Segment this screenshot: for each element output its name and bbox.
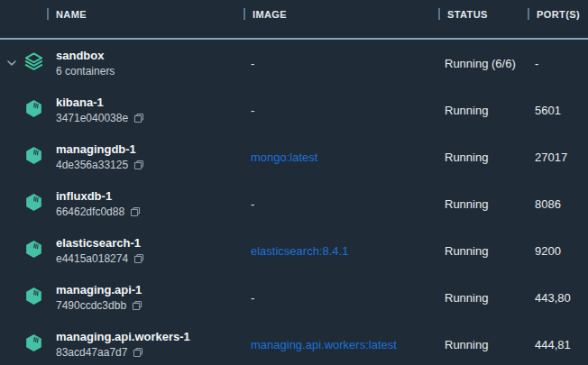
container-icon <box>23 98 44 123</box>
column-header-ports[interactable]: PORT(S) <box>528 8 588 20</box>
container-id: 83acd47aa7d7 <box>56 346 127 359</box>
container-icon <box>23 192 44 216</box>
image-cell: - <box>243 291 438 305</box>
ports-cell: 8086 <box>528 197 588 211</box>
container-id: 66462dfc0d88 <box>56 205 124 218</box>
container-icon <box>23 239 44 263</box>
column-separator <box>47 8 49 20</box>
status-cell: Running <box>438 338 528 351</box>
container-id: 3471e040038e <box>56 112 128 124</box>
container-id: e4415a018274 <box>56 252 128 265</box>
status-cell: Running <box>438 104 528 117</box>
container-name: managing.api-1 <box>56 283 243 297</box>
status-cell: Running <box>438 291 528 305</box>
stack-icon <box>23 51 44 76</box>
column-header-image[interactable]: IMAGE <box>243 8 438 20</box>
image-link[interactable]: mongo:latest <box>243 151 438 164</box>
column-header-status[interactable]: STATUS <box>438 8 528 20</box>
image-cell: - <box>243 104 438 117</box>
image-link[interactable]: managing.api.workers:latest <box>243 338 438 351</box>
container-name: influxdb-1 <box>56 189 243 204</box>
image-link[interactable]: elasticsearch:8.4.1 <box>243 244 438 258</box>
copy-icon[interactable] <box>132 300 142 311</box>
copy-icon[interactable] <box>133 253 144 264</box>
status-cell: Running (6/6) <box>438 57 528 70</box>
container-count: 6 containers <box>56 65 115 78</box>
table-row[interactable]: managing.api.workers-1 83acd47aa7d7 mana… <box>0 321 588 365</box>
status-cell: Running <box>438 244 528 258</box>
container-icon <box>23 145 44 169</box>
image-cell: - <box>243 197 438 211</box>
copy-icon[interactable] <box>130 206 141 217</box>
table-row[interactable]: influxdb-1 66462dfc0d88 - Running 8086 <box>0 180 588 227</box>
container-name: managingdb-1 <box>56 142 243 157</box>
container-icon <box>23 286 44 310</box>
status-cell: Running <box>438 151 528 164</box>
ports-cell: 5601 <box>528 104 588 117</box>
container-name: kibana-1 <box>56 96 243 110</box>
chevron-down-icon[interactable] <box>6 59 17 67</box>
column-separator <box>438 8 440 20</box>
ports-cell: 443,80 <box>528 291 588 305</box>
container-id: 4de356a33125 <box>56 159 128 171</box>
ports-cell: 444,81 <box>528 338 588 351</box>
table-row[interactable]: sandbox 6 containers - Running (6/6) - <box>0 40 588 87</box>
column-separator <box>243 8 245 20</box>
table-row[interactable]: kibana-1 3471e040038e - Running 5601 <box>0 87 588 133</box>
container-id: 7490ccdc3dbb <box>56 299 126 312</box>
column-header-name[interactable]: NAME <box>47 8 243 20</box>
ports-cell: 9200 <box>528 244 588 258</box>
table-header: NAME IMAGE STATUS PORT(S) <box>0 0 588 40</box>
table-row[interactable]: managing.api-1 7490ccdc3dbb - Running 44… <box>0 274 588 321</box>
container-name: sandbox <box>56 49 243 63</box>
column-separator <box>528 8 529 20</box>
table-row[interactable]: elasticsearch-1 e4415a018274 elasticsear… <box>0 227 588 274</box>
ports-cell: - <box>528 57 588 70</box>
copy-icon[interactable] <box>133 347 143 358</box>
container-name: managing.api.workers-1 <box>56 330 243 344</box>
table-row[interactable]: managingdb-1 4de356a33125 mongo:latest R… <box>0 133 588 180</box>
copy-icon[interactable] <box>133 113 144 123</box>
container-name: elasticsearch-1 <box>56 236 243 251</box>
copy-icon[interactable] <box>133 160 144 170</box>
containers-table: NAME IMAGE STATUS PORT(S) sandbox 6 cont… <box>0 0 588 365</box>
ports-cell: 27017 <box>528 151 588 164</box>
status-cell: Running <box>438 197 528 211</box>
container-icon <box>23 333 44 357</box>
image-cell: - <box>243 57 438 70</box>
